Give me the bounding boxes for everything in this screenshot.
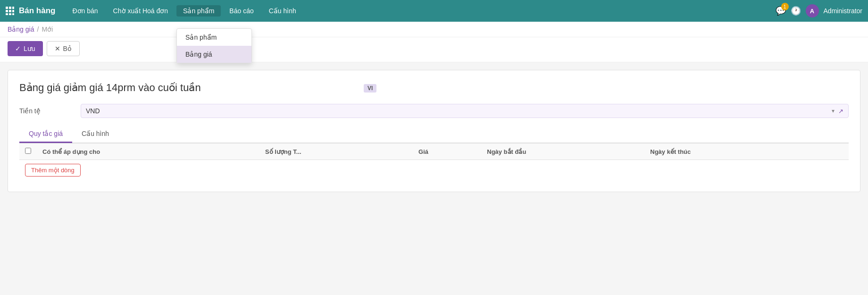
dropdown-san-pham[interactable]: Sản phẩm (177, 29, 251, 46)
currency-value: VND (86, 107, 830, 115)
tab-cau-hinh[interactable]: Cấu hình (72, 126, 118, 143)
apps-icon[interactable] (6, 7, 14, 15)
col-price: Giá (413, 143, 481, 160)
currency-row: Tiền tệ VND ▾ ↗ (19, 104, 849, 118)
save-button[interactable]: ✓ Lưu (8, 41, 43, 56)
svg-rect-3 (6, 10, 8, 12)
currency-external-link-icon[interactable]: ↗ (838, 108, 843, 115)
messages-icon[interactable]: 💬 1 (776, 6, 786, 16)
lang-badge: VI (364, 84, 376, 93)
svg-rect-7 (9, 13, 11, 15)
table-header: Có thể áp dụng cho Số lượng T... Giá Ngà… (19, 143, 849, 160)
select-all-checkbox[interactable] (25, 148, 31, 154)
avatar[interactable]: A (806, 4, 819, 17)
svg-rect-8 (12, 13, 14, 15)
col-applicable: Có thể áp dụng cho (37, 143, 259, 160)
breadcrumb-current: Mới (42, 25, 53, 33)
svg-rect-0 (6, 7, 8, 9)
svg-rect-1 (9, 7, 11, 9)
col-actions (812, 143, 849, 160)
currency-label: Tiền tệ (19, 107, 81, 115)
nav-cho-xuat[interactable]: Chờ xuất Hoá đơn (107, 5, 175, 17)
messages-badge: 1 (781, 3, 789, 10)
breadcrumb-sep: / (37, 25, 39, 33)
col-checkbox (19, 143, 37, 160)
nav-bao-cao[interactable]: Báo cáo (223, 5, 260, 17)
tab-quy-tac-gia[interactable]: Quy tắc giá (19, 126, 72, 143)
save-label: Lưu (24, 45, 35, 52)
topnav-right: 💬 1 🕐 A Administrator (776, 4, 862, 17)
form-title-input[interactable] (19, 82, 359, 94)
admin-name: Administrator (824, 7, 862, 15)
col-end-date: Ngày kết thúc (644, 143, 812, 160)
dropdown-bang-gia[interactable]: Bảng giá (177, 46, 251, 63)
svg-rect-5 (12, 10, 14, 12)
svg-rect-4 (9, 10, 11, 12)
col-quantity: Số lượng T... (259, 143, 413, 160)
tabs: Quy tắc giá Cấu hình (19, 126, 849, 143)
price-rules-table: Có thể áp dụng cho Số lượng T... Giá Ngà… (19, 143, 849, 160)
nav-san-pham-wrapper: Sản phẩm Sản phẩm Bảng giá (176, 7, 221, 15)
add-row-button[interactable]: Thêm một dòng (25, 164, 81, 177)
currency-field[interactable]: VND ▾ ↗ (81, 104, 849, 118)
discard-button[interactable]: ✕ Bỏ (47, 41, 80, 56)
topnav: Bán hàng Đơn bán Chờ xuất Hoá đơn Sản ph… (0, 0, 868, 22)
discard-x-icon: ✕ (55, 45, 60, 52)
form-card: VI Tiền tệ VND ▾ ↗ Quy tắc giá Cấu hình (8, 70, 860, 192)
discard-label: Bỏ (63, 45, 72, 52)
col-start-date: Ngày bắt đầu (481, 143, 644, 160)
breadcrumb: Bảng giá / Mới (0, 22, 868, 37)
currency-dropdown-arrow: ▾ (832, 108, 835, 114)
nav-don-ban[interactable]: Đơn bán (66, 5, 104, 17)
save-checkmark-icon: ✓ (15, 45, 21, 52)
title-row: VI (19, 82, 849, 94)
nav-san-pham[interactable]: Sản phẩm (176, 5, 221, 17)
action-bar: ✓ Lưu ✕ Bỏ (0, 37, 868, 62)
table-header-row: Có thể áp dụng cho Số lượng T... Giá Ngà… (19, 143, 849, 160)
brand-label: Bán hàng (19, 6, 55, 16)
breadcrumb-parent[interactable]: Bảng giá (8, 25, 34, 33)
svg-rect-6 (6, 13, 8, 15)
nav-cau-hinh[interactable]: Cấu hình (262, 5, 303, 17)
clock-icon[interactable]: 🕐 (791, 6, 801, 16)
svg-rect-2 (12, 7, 14, 9)
san-pham-dropdown: Sản phẩm Bảng giá (176, 28, 252, 63)
main-content: VI Tiền tệ VND ▾ ↗ Quy tắc giá Cấu hình (0, 62, 868, 200)
